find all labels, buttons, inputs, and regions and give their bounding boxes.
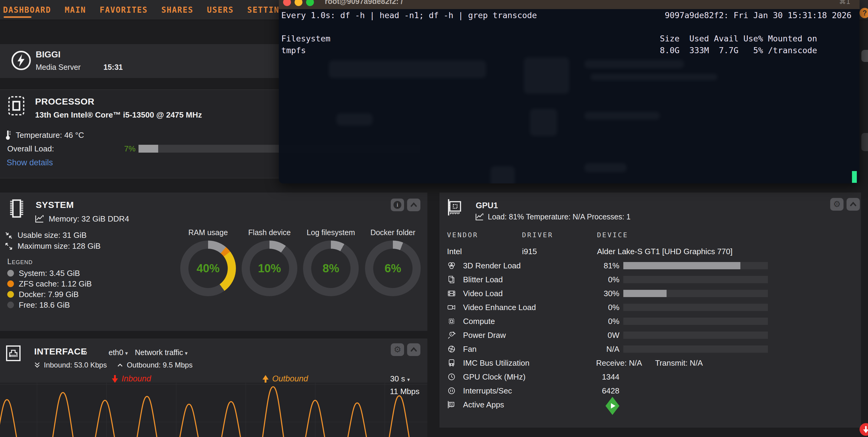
legend-item-zfs-cache: ZFS cache: 1.12 GiB — [7, 280, 92, 288]
gear-icon: ⚙ — [833, 200, 840, 208]
gpu-row-active-apps: Active Apps — [439, 398, 861, 412]
help-button[interactable]: ? — [860, 8, 868, 18]
processor-title: PROCESSOR — [35, 96, 94, 107]
gpu-summary: Load: 81% Temperature: N/A Processes: 1 — [475, 212, 630, 221]
legend-item-docker: Docker: 7.99 GiB — [7, 291, 92, 298]
compress-icon — [5, 232, 13, 239]
gpu-row-3d-render: 3D Render Load 81% — [439, 259, 861, 273]
active-tab-underline — [4, 16, 31, 18]
donut-chart: 6% — [365, 241, 421, 296]
overall-load-label: Overall Load: — [7, 144, 54, 154]
legend-dot — [7, 302, 14, 308]
video-icon — [447, 289, 456, 298]
info-icon: i — [394, 201, 401, 209]
gpu-row-power: Power Draw 0W — [439, 328, 861, 342]
donut-ram-usage: RAM usage 40% — [180, 228, 236, 296]
caret-down-icon: ▾ — [125, 350, 128, 356]
ram-icon — [7, 199, 26, 218]
traffic-summary-row: Inbound: 53.0 Kbps Outbound: 9.5 Mbps — [34, 361, 193, 369]
device-dropdown[interactable]: eth0▾ — [108, 348, 128, 357]
gpu-row-video-enhance: Video Enhance Load 0% — [439, 300, 861, 314]
chart-line-icon — [35, 215, 44, 223]
arrow-up-icon — [117, 363, 123, 367]
gpu-row-blitter: Blitter Load 0% — [439, 273, 861, 287]
gpu-row-clock: GPU Clock (MHz) 1344 — [439, 370, 861, 384]
legend-dot — [7, 280, 14, 287]
legend-title: Legend — [7, 257, 33, 266]
y-axis-max-label: 11 Mbps — [390, 387, 420, 396]
maximize-window-button[interactable] — [306, 0, 314, 6]
collapse-button[interactable] — [407, 199, 421, 211]
nav-item-shares[interactable]: SHARES — [161, 5, 193, 14]
maximum-size-row: Maximum size: 128 GiB — [5, 241, 101, 251]
inbound-summary: Inbound: 53.0 Kbps — [44, 361, 107, 369]
dashboard-page: DASHBOARD MAIN FAVORITES SHARES USERS SE… — [0, 0, 868, 437]
settings-button[interactable]: ⚙ — [391, 343, 404, 356]
gpu-device: Alder Lake-S GT1 [UHD Graphics 770] — [597, 247, 733, 256]
terminal-titlebar[interactable]: root@9097a9de82f2: / ⌘1 — [279, 0, 860, 9]
question-mark-icon: ? — [863, 9, 867, 17]
time-range-dropdown[interactable]: 30 s ▾ — [390, 374, 410, 383]
column-header-device: DEVICE — [597, 231, 628, 239]
terminal-output[interactable]: Every 1.0s: df -h | head -n1; df -h | gr… — [279, 9, 860, 183]
overall-load-bar-fill — [138, 145, 158, 153]
nav-item-dashboard[interactable]: DASHBOARD — [3, 5, 51, 14]
blitter-icon — [447, 275, 456, 284]
close-window-button[interactable] — [283, 0, 291, 6]
caret-down-icon: ▾ — [407, 377, 410, 382]
network-traffic-chart: 11 Mbps — [0, 382, 427, 437]
thermometer-icon — [5, 130, 11, 140]
donut-log-filesystem: Log filesystem 8% — [303, 228, 359, 296]
chart-line-icon — [475, 213, 484, 221]
clock-icon — [447, 372, 456, 381]
nav-item-favorites[interactable]: FAVORITES — [100, 5, 148, 14]
traffic-mode-dropdown[interactable]: Network traffic▾ — [135, 348, 187, 357]
info-button[interactable]: i — [391, 199, 404, 211]
watch-df-output: Every 1.0s: df -h | head -n1; df -h | gr… — [281, 10, 852, 56]
settings-button[interactable]: ⚙ — [830, 198, 843, 211]
chevron-up-icon — [410, 202, 418, 208]
legend-dot — [7, 291, 14, 298]
collapse-button[interactable] — [846, 198, 860, 211]
traffic-line-series — [0, 382, 427, 437]
compute-icon — [447, 317, 456, 326]
bus-icon — [447, 359, 456, 368]
usable-size-value: Usable size: 31 GiB — [18, 231, 87, 240]
terminal-scrollbar-thumb[interactable] — [852, 171, 857, 183]
minimize-window-button[interactable] — [294, 0, 303, 6]
gpu-row-imc-bus: IMC Bus Utilization Receive: N/A Transmi… — [439, 356, 861, 370]
temperature-row: Temperature: 46 °C — [5, 130, 84, 140]
gpu-title: GPU1 — [476, 201, 498, 210]
expand-icon — [5, 242, 13, 250]
temperature-value: Temperature: 46 °C — [16, 131, 84, 140]
legend-item-system: System: 3.45 GiB — [7, 269, 92, 277]
download-arrow-icon — [863, 426, 868, 433]
nav-item-users[interactable]: USERS — [207, 5, 234, 14]
window-shortcut-hint: ⌘1 — [839, 0, 850, 5]
update-available-badge[interactable] — [860, 423, 868, 436]
nav-item-main[interactable]: MAIN — [65, 5, 86, 14]
gear-icon: ⚙ — [394, 345, 401, 354]
imc-receive: Receive: N/A — [596, 359, 642, 368]
chevron-up-icon — [410, 346, 418, 353]
overall-load-value: 7% — [111, 144, 135, 154]
collapse-button[interactable] — [407, 343, 421, 356]
terminal-window[interactable]: root@9097a9de82f2: / ⌘1 Every 1.0s: df -… — [279, 0, 860, 183]
system-panel-buttons: i — [391, 199, 421, 211]
gpu-panel: GPU1 Load: 81% Temperature: N/A Processe… — [439, 193, 861, 428]
server-power-icon — [11, 51, 31, 70]
donut-docker-folder: Docker folder 6% — [365, 228, 421, 296]
maximum-size-value: Maximum size: 128 GiB — [18, 241, 101, 251]
apps-icon — [447, 400, 456, 409]
ethernet-icon — [5, 344, 21, 362]
gpu-vendor: Intel — [447, 247, 462, 256]
usable-size-row: Usable size: 31 GiB — [5, 231, 87, 240]
gpu-panel-buttons: ⚙ — [830, 198, 860, 211]
nav-label: DASHBOARD — [3, 5, 51, 14]
power-plug-icon — [447, 331, 456, 340]
interface-panel-buttons: ⚙ — [391, 343, 421, 356]
server-name: BIGGI — [36, 49, 61, 60]
imc-transmit: Transmit: N/A — [655, 359, 703, 368]
gpu-driver: i915 — [522, 247, 537, 256]
show-details-link[interactable]: Show details — [7, 158, 53, 167]
